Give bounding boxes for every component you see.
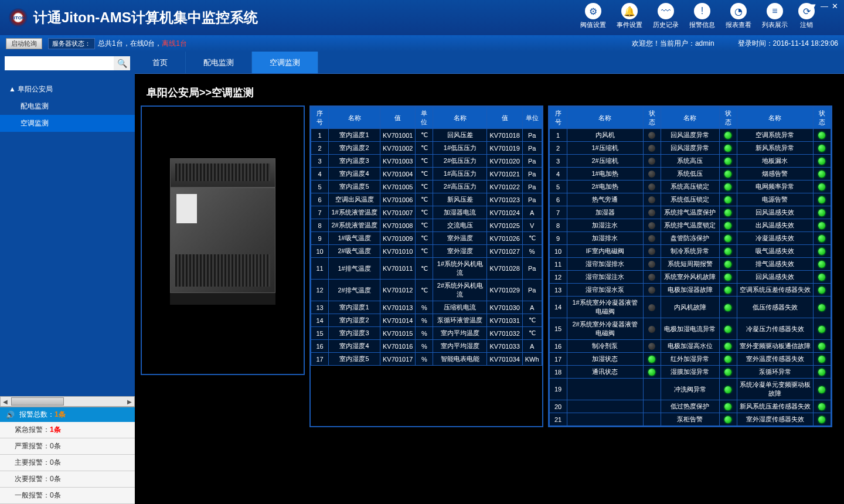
cell [813, 193, 831, 206]
alarm-header[interactable]: 🔊 报警总数： 1条 [0, 407, 135, 422]
cell: 出风温感失效 [737, 219, 813, 232]
cell: 电网频率异常 [737, 181, 813, 193]
table-row: 16制冷剂泵电极加湿高水位室外变频驱动板通信故障 [549, 340, 831, 353]
cell: 20 [549, 400, 567, 413]
cell: 1#系统外风机电流 [433, 258, 487, 280]
cell: 空调系统异常 [737, 129, 813, 142]
cell: 冷凝温感失效 [737, 232, 813, 245]
cell: 4 [549, 168, 567, 181]
cell: 新风系统压差传感器失效 [737, 400, 813, 413]
cell: 室内湿度3 [329, 327, 380, 340]
table-row: 14室内湿度2KV701014%泵循环液管温度KV701031℃ [311, 314, 542, 327]
cell: 12 [311, 280, 329, 301]
status-led-icon [818, 287, 825, 294]
cell: 系统低压 [661, 168, 719, 181]
cell: 1#电加热 [567, 168, 643, 181]
scroll-thumb[interactable] [11, 397, 64, 406]
col-header: 名称 [329, 107, 380, 129]
alarm-general-row[interactable]: 一般报警：0条 [0, 488, 135, 504]
cell: 7 [549, 206, 567, 219]
tool-报警信息[interactable]: !报警信息 [689, 3, 715, 29]
cell: 压缩机电流 [433, 301, 487, 314]
cell [813, 318, 831, 340]
tool-阀值设置[interactable]: ⚙阀值设置 [580, 3, 606, 29]
search-button[interactable]: 🔍 [114, 56, 130, 70]
minimize-button[interactable]: — [821, 2, 828, 11]
sidebar-scrollbar[interactable]: ◀ ▶ [0, 396, 135, 407]
tab-首页[interactable]: 首页 [135, 52, 186, 73]
cell [643, 284, 661, 297]
cell: KV701004 [380, 168, 416, 181]
cell: 9 [311, 232, 329, 245]
cell: 烟感告警 [737, 168, 813, 181]
status-led-icon [818, 369, 825, 376]
cell: KV701034 [487, 353, 522, 366]
status-led-icon [724, 369, 731, 376]
tool-label: 列表展示 [762, 21, 788, 29]
col-header: 值 [380, 107, 416, 129]
status-led-icon [724, 261, 731, 268]
table-row: 1室内温度1KV701001℃回风压差KV701018Pa [311, 129, 542, 142]
cell: 制冷剂泵 [567, 340, 643, 353]
status-led-icon [724, 386, 731, 393]
alarm-severe-row[interactable]: 严重报警：0条 [0, 438, 135, 455]
tool-事件设置[interactable]: 🔔事件设置 [617, 3, 642, 29]
cell [813, 413, 831, 426]
login-time-text: 登录时间：2016-11-14 18:29:06 [738, 39, 838, 49]
cell: % [416, 301, 433, 314]
search-input[interactable] [5, 56, 114, 70]
cell [643, 379, 661, 400]
tool-历史记录[interactable]: 〰历史记录 [653, 3, 679, 29]
alarm-urgent-row[interactable]: 紧急报警：1条 [0, 422, 135, 438]
cell: 回风湿度异常 [661, 142, 719, 155]
cell: 9 [549, 232, 567, 245]
cell: ℃ [416, 280, 433, 301]
cell [643, 155, 661, 168]
cell: 13 [549, 284, 567, 297]
tree-node-ac[interactable]: 空调监测 [0, 115, 135, 132]
tool-label: 报警信息 [689, 21, 715, 29]
cell [643, 318, 661, 340]
status-led-icon [648, 261, 655, 268]
cell: KV701002 [380, 142, 416, 155]
cell: 14 [549, 297, 567, 318]
alarm-panel: 🔊 报警总数： 1条 紧急报警：1条 严重报警：0条 主要报警：0条 次要报警：… [0, 407, 135, 504]
table-row: 20低过热度保护新风系统压差传感器失效 [549, 400, 831, 413]
tool-列表展示[interactable]: ≡列表展示 [762, 3, 788, 29]
alarm-major-row[interactable]: 主要报警：0条 [0, 455, 135, 471]
tool-label: 注销 [800, 21, 813, 29]
cell: ℃ [416, 219, 433, 232]
table-row: 82#系统液管温度KV701008℃交流电压KV701025V [311, 219, 542, 232]
tree-node-power[interactable]: 配电监测 [0, 98, 135, 115]
server-offline-text: 离线1台 [162, 39, 187, 49]
status-led-icon [648, 304, 655, 311]
cell: KV701024 [487, 206, 522, 219]
tab-空调监测[interactable]: 空调监测 [252, 52, 318, 73]
scroll-right-icon[interactable]: ▶ [125, 397, 134, 406]
tool-报表查看[interactable]: ◔报表查看 [726, 3, 751, 29]
alarm-minor-row[interactable]: 次要报警：0条 [0, 471, 135, 488]
cell: 16 [549, 340, 567, 353]
cell: 3 [311, 155, 329, 168]
table-row: 10IF室内电磁阀制冷系统异常吸气温感失效 [549, 245, 831, 258]
cell: 红外加湿异常 [661, 353, 719, 366]
tab-配电监测[interactable]: 配电监测 [186, 52, 252, 73]
scroll-left-icon[interactable]: ◀ [1, 397, 10, 406]
status-led-icon [818, 403, 825, 410]
tree-root-node[interactable]: ▲ 阜阳公安局 [0, 81, 135, 98]
cell: 室内湿度1 [329, 301, 380, 314]
dropdown-button[interactable]: ▼ [809, 2, 817, 11]
status-led-icon [648, 326, 655, 333]
help-button[interactable]: ? [802, 2, 806, 11]
start-polling-button[interactable]: 启动轮询 [6, 38, 42, 49]
sidebar: 🔍 ▲ 阜阳公安局 配电监测 空调监测 ◀ ▶ 🔊 报警总数： 1条 紧急报警：… [0, 52, 135, 504]
cell: A [522, 206, 542, 219]
cell: Pa [522, 280, 542, 301]
cell: 2#排气温度 [329, 280, 380, 301]
cell: KV701033 [487, 340, 522, 353]
cell [813, 271, 831, 284]
content-tabs: 首页配电监测空调监测 [135, 52, 844, 74]
cell: 2#高压压力 [433, 181, 487, 193]
cell: 回风温感失效 [737, 271, 813, 284]
close-button[interactable]: ✕ [832, 2, 838, 11]
